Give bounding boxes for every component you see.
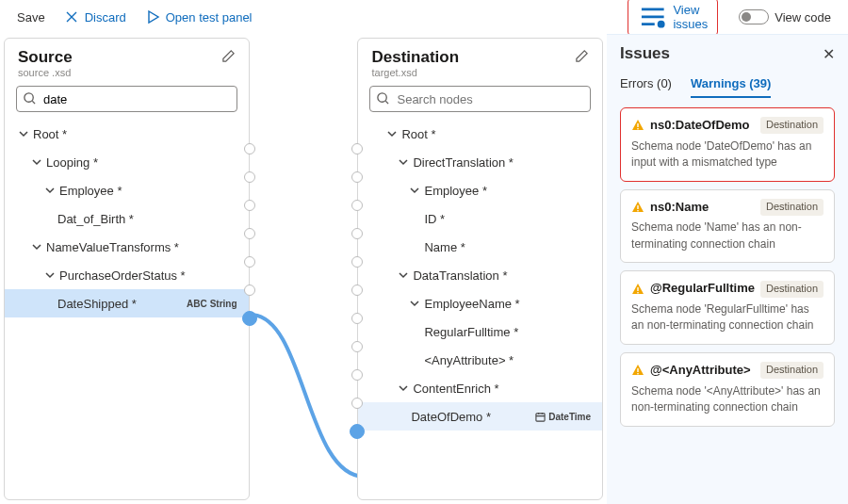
tab-errors[interactable]: Errors (0) <box>620 76 672 98</box>
issue-name: @<AnyAttribute> <box>650 362 751 380</box>
node-label: ID * <box>424 212 445 226</box>
save-label: Save <box>17 10 45 24</box>
tree-node-directtranslation[interactable]: DirectTranslation * <box>358 148 602 176</box>
node-label: Root * <box>33 127 67 141</box>
node-label: DirectTranslation * <box>413 155 513 170</box>
calendar-icon <box>535 412 546 422</box>
warning-icon <box>631 119 644 132</box>
chevron-down-icon <box>409 185 420 196</box>
search-icon <box>23 91 37 106</box>
source-title: Source <box>18 48 73 67</box>
discard-button[interactable]: Discard <box>57 6 134 28</box>
destination-tree: Root * DirectTranslation * Employee * ID… <box>358 118 602 496</box>
chevron-down-icon <box>44 269 56 281</box>
tree-node-looping[interactable]: Looping * <box>5 148 249 176</box>
issue-name: ns0:DateOfDemo <box>650 117 749 135</box>
tree-node-root[interactable]: Root * <box>5 120 249 148</box>
chevron-down-icon <box>31 241 42 252</box>
destination-pane: Destination target.xsd Root * DirectTran… <box>357 38 603 500</box>
tree-node-dob[interactable]: Dat_of_Birth * <box>5 204 249 233</box>
tree-node-anyattribute[interactable]: <AnyAttribute> * <box>358 346 602 374</box>
tree-node-name[interactable]: Name * <box>358 233 602 261</box>
tree-node-dateofdemo[interactable]: DateOfDemo * DateTime <box>358 402 602 431</box>
close-issues-button[interactable]: ✕ <box>823 45 835 63</box>
warning-icon <box>631 283 644 296</box>
source-subtitle: source .xsd <box>5 67 249 86</box>
tree-node-employee[interactable]: Employee * <box>5 176 249 204</box>
pencil-icon <box>575 49 589 63</box>
issue-tag: Destination <box>760 117 824 134</box>
issue-name: @RegularFulltime <box>650 280 755 298</box>
issue-tag: Destination <box>760 281 824 298</box>
tree-node-datatranslation[interactable]: DataTranslation * <box>358 261 602 289</box>
issues-panel: Issues ✕ Errors (0) Warnings (39) ns0:Da… <box>607 34 848 504</box>
node-label: <AnyAttribute> * <box>424 353 514 367</box>
tree-node-employeename[interactable]: EmployeeName * <box>358 289 602 317</box>
issues-list: ns0:DateOfDemo Destination Schema node '… <box>620 107 835 427</box>
type-badge: DateTime <box>535 412 591 422</box>
tree-node-regularfulltime[interactable]: RegularFulltime * <box>358 317 602 346</box>
search-icon <box>376 91 390 106</box>
tree-node-contentenrich[interactable]: ContentEnrich * <box>358 374 602 402</box>
node-label: DateShipped * <box>57 297 137 311</box>
node-label: Root * <box>401 127 435 141</box>
tree-node-dateshipped[interactable]: DateShipped * ABC String <box>5 289 249 317</box>
save-button[interactable]: Save <box>9 7 53 28</box>
chevron-down-icon <box>398 269 409 281</box>
node-label: Name * <box>424 240 465 254</box>
source-search-input[interactable] <box>16 86 237 112</box>
issues-title: Issues <box>620 44 670 63</box>
svg-rect-3 <box>536 413 545 420</box>
svg-rect-6 <box>637 205 638 209</box>
discard-label: Discard <box>85 10 126 24</box>
chevron-down-icon <box>18 128 29 139</box>
node-label: EmployeeName * <box>424 297 519 311</box>
open-test-panel-label: Open test panel <box>166 10 253 24</box>
node-label: Employee * <box>59 184 122 198</box>
destination-search-input[interactable] <box>369 86 591 112</box>
issue-message: Schema node '<AnyAttribute>' has an non-… <box>631 383 824 416</box>
tree-node-pos[interactable]: PurchaseOrderStatus * <box>5 261 249 289</box>
type-badge: ABC String <box>187 299 237 309</box>
node-label: Employee * <box>424 184 486 198</box>
node-label: DateOfDemo * <box>411 410 491 424</box>
chevron-down-icon <box>398 156 409 168</box>
tree-node-employee[interactable]: Employee * <box>358 176 602 204</box>
chevron-down-icon <box>386 128 398 139</box>
issues-icon <box>638 2 668 32</box>
issue-tag: Destination <box>760 362 824 379</box>
tree-node-nvt[interactable]: NameValueTransforms * <box>5 233 249 261</box>
toggle-icon <box>739 9 769 24</box>
node-label: RegularFulltime * <box>424 325 518 339</box>
destination-subtitle: target.xsd <box>358 67 602 86</box>
issue-tag: Destination <box>760 199 824 216</box>
issue-card[interactable]: ns0:Name Destination Schema node 'Name' … <box>620 189 835 264</box>
warning-icon <box>631 364 644 377</box>
tree-node-root[interactable]: Root * <box>358 120 602 148</box>
edit-source-button[interactable] <box>221 49 236 66</box>
issues-tabs: Errors (0) Warnings (39) <box>620 76 835 98</box>
source-tree: Root * Looping * Employee * Dat_of_Birth… <box>5 118 249 496</box>
svg-rect-5 <box>637 128 638 129</box>
svg-rect-7 <box>637 210 638 211</box>
issue-name: ns0:Name <box>650 199 709 217</box>
play-icon <box>145 9 160 24</box>
issue-card[interactable]: ns0:DateOfDemo Destination Schema node '… <box>620 107 835 182</box>
view-issues-button[interactable]: View issues <box>628 0 718 36</box>
node-label: Dat_of_Birth * <box>57 212 134 226</box>
node-label: PurchaseOrderStatus * <box>59 268 186 283</box>
svg-rect-4 <box>637 123 638 127</box>
edit-destination-button[interactable] <box>575 49 589 66</box>
issue-message: Schema node 'Name' has an non-terminatin… <box>631 219 824 252</box>
issue-card[interactable]: @<AnyAttribute> Destination Schema node … <box>620 352 835 427</box>
chevron-down-icon <box>398 382 409 394</box>
canvas-gap <box>253 34 354 504</box>
issue-card[interactable]: @RegularFulltime Destination Schema node… <box>620 270 835 345</box>
open-test-panel-button[interactable]: Open test panel <box>138 6 260 28</box>
discard-icon <box>64 9 79 24</box>
view-code-toggle[interactable]: View code <box>731 6 839 28</box>
svg-point-1 <box>24 93 33 102</box>
tree-node-id[interactable]: ID * <box>358 204 602 233</box>
tab-warnings[interactable]: Warnings (39) <box>691 76 771 98</box>
node-label: NameValueTransforms * <box>46 240 179 254</box>
